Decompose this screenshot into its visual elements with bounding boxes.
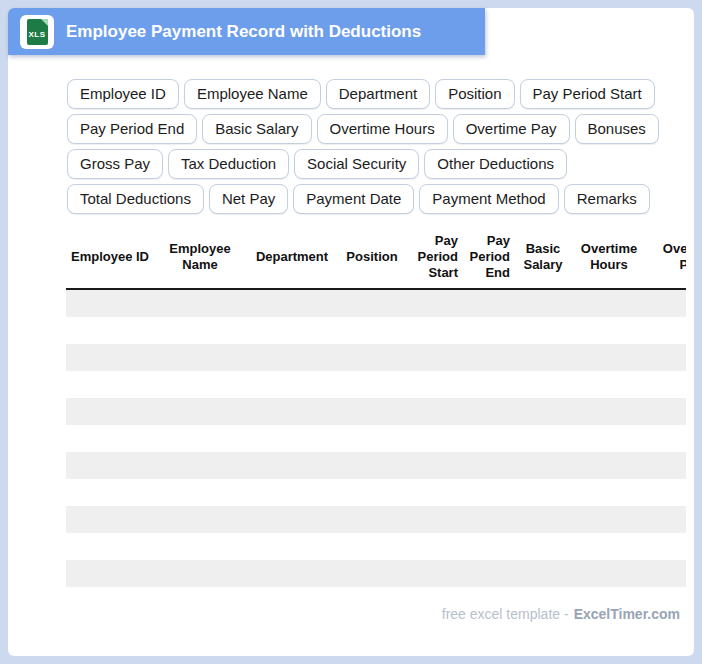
column-tag: Department (326, 79, 430, 109)
column-tag: Gross Pay (67, 149, 163, 179)
column-tag: Social Security (294, 149, 419, 179)
column-tag: Overtime Pay (453, 114, 570, 144)
column-header-position: Position (338, 245, 406, 269)
table-row (66, 560, 686, 587)
column-header-overtime-hours: Overtime Hours (572, 237, 646, 277)
footer-text: free excel template - (442, 606, 569, 622)
table-header-row: Employee ID Employee Name Department Pos… (66, 226, 686, 290)
column-tag: Payment Date (293, 184, 414, 214)
excel-file-icon: XLS (20, 15, 54, 49)
column-tag: Overtime Hours (317, 114, 448, 144)
spreadsheet-preview: Employee ID Employee Name Department Pos… (66, 226, 686, 587)
page-title: Employee Payment Record with Deductions (66, 22, 421, 42)
table-row (66, 425, 686, 452)
column-tag: Employee Name (184, 79, 321, 109)
column-tag: Remarks (564, 184, 650, 214)
table-row (66, 344, 686, 371)
column-tag: Net Pay (209, 184, 288, 214)
table-row (66, 290, 686, 317)
table-row (66, 317, 686, 344)
table-row (66, 479, 686, 506)
xls-document-glyph: XLS (27, 19, 48, 45)
column-header-overtime-pay: Overtime Pay (646, 237, 686, 277)
column-tag: Other Deductions (424, 149, 567, 179)
table-body (66, 290, 686, 587)
column-header-employee-id: Employee ID (66, 245, 154, 269)
footer-brand-link[interactable]: ExcelTimer.com (574, 606, 680, 622)
xls-icon-label: XLS (28, 30, 45, 45)
column-tag: Tax Deduction (168, 149, 289, 179)
table-row (66, 398, 686, 425)
column-header-pay-period-end: Pay Period End (462, 229, 514, 285)
title-bar: XLS Employee Payment Record with Deducti… (8, 8, 485, 55)
column-tag-list: Employee ID Employee Name Department Pos… (67, 79, 697, 214)
column-header-employee-name: Employee Name (154, 237, 246, 277)
table-row (66, 533, 686, 560)
table-row (66, 452, 686, 479)
column-header-basic-salary: Basic Salary (514, 237, 572, 277)
column-tag: Pay Period Start (520, 79, 655, 109)
column-tag: Employee ID (67, 79, 179, 109)
footer: free excel template -ExcelTimer.com (442, 606, 680, 622)
column-tag: Basic Salary (202, 114, 311, 144)
content-card: XLS Employee Payment Record with Deducti… (8, 8, 694, 656)
column-header-department: Department (246, 245, 338, 269)
column-header-pay-period-start: Pay Period Start (406, 229, 462, 285)
column-tag: Position (435, 79, 514, 109)
column-tag: Payment Method (419, 184, 558, 214)
column-tag: Pay Period End (67, 114, 197, 144)
column-tag: Bonuses (575, 114, 659, 144)
page-fold-icon (41, 19, 48, 26)
table-row (66, 506, 686, 533)
table-row (66, 371, 686, 398)
column-tag: Total Deductions (67, 184, 204, 214)
